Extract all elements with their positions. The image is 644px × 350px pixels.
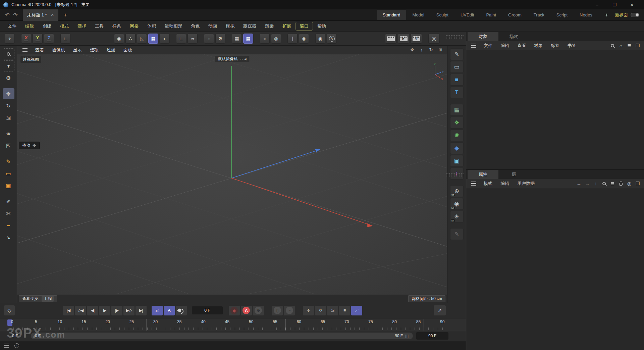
- menu-item[interactable]: 模式: [56, 22, 73, 31]
- key-pla-icon[interactable]: ⋰: [351, 306, 362, 315]
- rectangle-tool-icon[interactable]: ▭: [3, 168, 14, 179]
- menu-item[interactable]: 动画: [204, 22, 221, 31]
- layout-tab[interactable]: Track: [528, 10, 550, 20]
- enable-snap-icon[interactable]: ▦: [243, 34, 253, 44]
- spline-pen-icon[interactable]: ✎: [450, 48, 464, 60]
- timeline-ruler[interactable]: 051015202530354045505560657075808590: [0, 318, 466, 331]
- menu-item[interactable]: 跟踪器: [239, 22, 261, 31]
- om-home-icon[interactable]: ⌂: [617, 42, 625, 49]
- om-menu-item[interactable]: 文件: [480, 43, 496, 49]
- mograph-cloner-icon[interactable]: ▦: [450, 104, 464, 116]
- om-menu-item[interactable]: 标签: [547, 43, 564, 49]
- layout-tab[interactable]: Standard: [377, 10, 407, 20]
- am-burger-icon[interactable]: [469, 183, 478, 184]
- am-target-icon[interactable]: ◎: [626, 180, 633, 187]
- scale-tool-icon[interactable]: ⇲: [3, 112, 14, 123]
- am-forward-icon[interactable]: →: [584, 180, 591, 187]
- redo-icon[interactable]: ↷: [11, 12, 19, 18]
- menu-item[interactable]: 扩展: [278, 22, 296, 31]
- brush-tool-icon[interactable]: ✐: [3, 196, 14, 207]
- quantize-grid-icon[interactable]: ▦: [232, 34, 242, 44]
- search-tool-icon[interactable]: [3, 48, 14, 59]
- key-scale-icon[interactable]: ⇲: [327, 306, 338, 315]
- prev-frame-icon[interactable]: ◀|: [87, 306, 98, 315]
- layout-tab[interactable]: Sculpt: [430, 10, 454, 20]
- status-menu-icon[interactable]: [4, 345, 9, 346]
- close-button[interactable]: ✕: [623, 2, 641, 7]
- am-lock-icon[interactable]: [617, 180, 625, 187]
- viewport-menu-item[interactable]: 摄像机: [48, 47, 69, 53]
- menu-item[interactable]: 运动图形: [160, 22, 186, 31]
- goto-end-icon[interactable]: ▶|: [136, 306, 147, 315]
- z-axis-lock-button[interactable]: Z: [44, 34, 54, 44]
- render-view-icon[interactable]: [385, 34, 396, 44]
- material-pen-icon[interactable]: ✎: [450, 228, 464, 240]
- layout-tab[interactable]: Model: [406, 10, 430, 20]
- menu-item[interactable]: 窗口: [296, 22, 313, 31]
- om-menu-item[interactable]: 编辑: [496, 43, 513, 49]
- live-selection-icon[interactable]: ➤: [3, 60, 14, 71]
- panel-tab[interactable]: 层: [498, 170, 529, 179]
- render-settings-icon[interactable]: ⚙: [411, 34, 422, 44]
- move-tool-icon[interactable]: ✥: [3, 88, 14, 99]
- view-label[interactable]: 透视视图: [20, 56, 41, 63]
- viewport-canvas[interactable]: 透视视图 默认摄像机 ▭◀ Y Z X 移动: [17, 54, 447, 295]
- menu-item[interactable]: 创建: [38, 22, 56, 31]
- am-panel-icon[interactable]: ❐: [634, 180, 641, 187]
- deformer-icon[interactable]: ▣: [450, 155, 464, 167]
- lock-axis-icon[interactable]: ↕: [204, 34, 214, 44]
- maximize-button[interactable]: ❒: [606, 2, 623, 7]
- viewport-menu-item[interactable]: 过滤: [103, 47, 119, 53]
- orbit-view-icon[interactable]: ↻: [428, 47, 434, 52]
- target-icon[interactable]: ◎: [271, 34, 281, 44]
- array-icon[interactable]: ❖: [450, 117, 464, 129]
- keyframe-diamond-icon[interactable]: ◇: [4, 305, 15, 315]
- play-icon[interactable]: ▶: [99, 306, 110, 315]
- current-frame-field[interactable]: 0 F: [192, 306, 223, 314]
- polygons-mode-icon[interactable]: ▦: [148, 34, 158, 44]
- attributes-area[interactable]: [466, 188, 644, 350]
- interactive-render-icon[interactable]: ◎: [428, 34, 440, 44]
- add-layout-button[interactable]: +: [605, 12, 608, 18]
- knife-tool-icon[interactable]: ✄: [3, 208, 14, 219]
- spline-tool-icon[interactable]: ∿: [3, 232, 14, 243]
- am-menu-item[interactable]: 编辑: [496, 181, 513, 187]
- layout-tab[interactable]: Paint: [480, 10, 502, 20]
- new-ui-toggle-icon[interactable]: [631, 13, 639, 17]
- menu-item[interactable]: 体积: [143, 22, 160, 31]
- model-mode-icon[interactable]: ◐: [160, 34, 170, 44]
- text-object-icon[interactable]: T: [450, 87, 464, 98]
- volume-icon[interactable]: ◆: [450, 142, 464, 154]
- cube-object-icon[interactable]: ■: [450, 74, 464, 86]
- solo-selected-icon[interactable]: A: [327, 34, 337, 44]
- toggle-views-icon[interactable]: ⊞: [437, 47, 444, 52]
- camera-object-icon[interactable]: ◉ST: [450, 198, 464, 210]
- om-panel-icon[interactable]: ❐: [634, 42, 641, 49]
- edges-mode-icon[interactable]: ◺: [137, 34, 147, 44]
- menu-item[interactable]: 网格: [125, 22, 143, 31]
- sky-object-icon[interactable]: ⊕ST: [450, 185, 464, 197]
- menu-item[interactable]: 选择: [73, 22, 91, 31]
- panel-tab[interactable]: 场次: [498, 32, 529, 41]
- render-region-icon[interactable]: ●: [260, 34, 270, 44]
- key-position-icon[interactable]: ✛: [303, 306, 314, 315]
- viewport-menu-item[interactable]: 面板: [119, 47, 136, 53]
- om-burger-icon[interactable]: [469, 45, 478, 46]
- undo-icon[interactable]: ↶: [3, 12, 11, 18]
- workplane-snap-icon[interactable]: ∥: [287, 34, 298, 44]
- selection-settings-icon[interactable]: ⚙: [3, 72, 14, 84]
- new-ui-switch[interactable]: 新界面: [615, 12, 639, 18]
- am-up-icon[interactable]: ↑: [592, 180, 599, 187]
- camera-label[interactable]: 默认摄像机 ▭◀: [215, 56, 249, 62]
- layout-tab[interactable]: Nodes: [574, 10, 598, 20]
- viewport-menu-item[interactable]: 选项: [86, 47, 103, 53]
- prev-key-icon[interactable]: ◇◀: [75, 306, 86, 315]
- layout-tab[interactable]: Script: [550, 10, 574, 20]
- workplane-icon[interactable]: ▱: [187, 34, 198, 44]
- dolly-view-icon[interactable]: ↕: [418, 47, 425, 52]
- om-menu-item[interactable]: 查看: [513, 43, 530, 49]
- axis-modification-icon[interactable]: ⌖: [5, 34, 15, 44]
- next-frame-icon[interactable]: |▶: [111, 306, 122, 315]
- viewport-burger-icon[interactable]: [20, 50, 29, 50]
- measure-tool-icon[interactable]: ┅: [3, 220, 14, 231]
